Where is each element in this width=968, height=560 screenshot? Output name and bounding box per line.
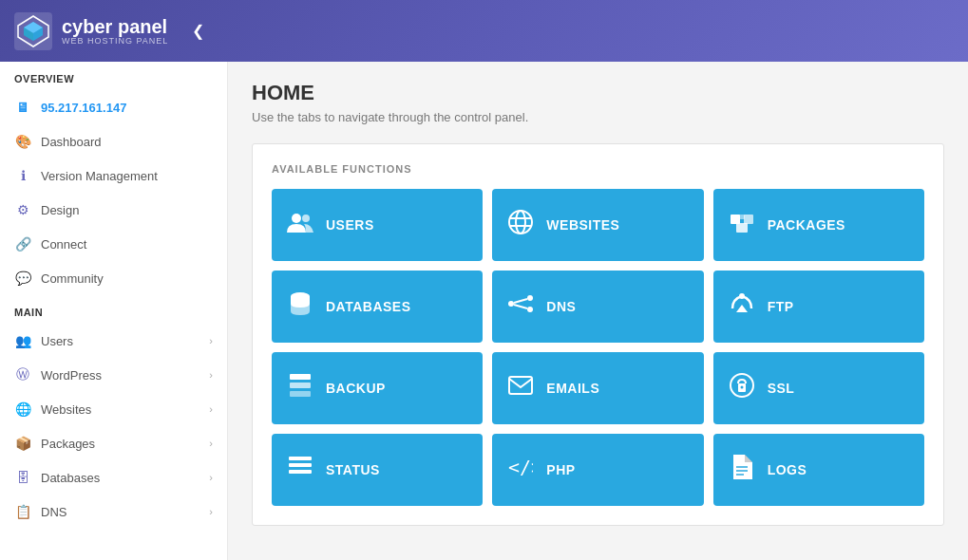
func-label-users: USERS (326, 217, 374, 233)
sidebar-item-connect[interactable]: 🔗 Connect (0, 227, 227, 261)
chevron-right-icon: › (209, 472, 213, 483)
sidebar-item-databases[interactable]: 🗄 Databases › (0, 460, 227, 495)
functions-grid: USERS WEBSITES (272, 189, 924, 506)
sidebar-item-websites[interactable]: 🌐 Websites › (0, 392, 227, 426)
svg-rect-12 (731, 215, 740, 224)
func-label-ssl: SSL (768, 381, 795, 396)
sidebar-item-label: Packages (41, 437, 95, 451)
ip-address: 95.217.161.147 (41, 101, 126, 115)
svg-point-7 (302, 215, 310, 222)
status-func-icon (286, 457, 314, 483)
community-icon: 💬 (14, 270, 31, 287)
main-content: HOME Use the tabs to navigate through th… (228, 62, 968, 560)
func-card-backup[interactable]: BACKUP (272, 352, 483, 424)
chevron-right-icon: › (209, 403, 213, 415)
users-icon: 👥 (14, 332, 31, 349)
sidebar-item-label: DNS (41, 505, 66, 519)
backup-func-icon (286, 373, 314, 403)
svg-rect-26 (509, 377, 532, 394)
connect-icon: 🔗 (14, 235, 31, 252)
page-title: HOME (252, 81, 944, 105)
chevron-right-icon: › (209, 335, 213, 346)
php-func-icon: </> (506, 457, 535, 483)
func-card-ssl[interactable]: SSL (713, 352, 924, 424)
sidebar-item-design[interactable]: ⚙ Design (0, 193, 227, 227)
main-layout: OVERVIEW 🖥 95.217.161.147 🎨 Dashboard ℹ … (0, 62, 968, 560)
sidebar-item-community[interactable]: 💬 Community (0, 261, 227, 295)
sidebar-item-dns[interactable]: 📋 DNS › (0, 495, 227, 529)
func-card-logs[interactable]: LOGS (713, 434, 924, 506)
func-label-logs: LOGS (768, 462, 807, 477)
databases-func-icon (286, 291, 314, 322)
func-label-databases: DATABASES (326, 299, 411, 314)
svg-point-18 (527, 295, 533, 301)
svg-point-9 (516, 211, 525, 233)
sidebar-item-packages[interactable]: 📦 Packages › (0, 426, 227, 460)
svg-rect-13 (744, 215, 753, 224)
page-subtitle: Use the tabs to navigate through the con… (252, 110, 944, 124)
websites-func-icon (506, 210, 535, 240)
sidebar-item-users[interactable]: 👥 Users › (0, 324, 227, 358)
func-card-php[interactable]: </> PHP (492, 434, 703, 506)
functions-panel: AVAILABLE FUNCTIONS USERS (252, 143, 944, 526)
sidebar-toggle-icon[interactable]: ❮ (192, 22, 204, 40)
svg-line-20 (514, 299, 527, 303)
svg-rect-14 (736, 223, 748, 233)
sidebar-item-dashboard[interactable]: 🎨 Dashboard (0, 124, 227, 159)
sidebar-item-wordpress[interactable]: Ⓦ WordPress › (0, 358, 227, 392)
dns-func-icon (506, 293, 535, 320)
func-label-backup: BACKUP (326, 381, 386, 396)
svg-point-29 (740, 386, 743, 389)
svg-rect-30 (289, 457, 312, 460)
sidebar: OVERVIEW 🖥 95.217.161.147 🎨 Dashboard ℹ … (0, 62, 228, 560)
func-card-databases[interactable]: DATABASES (272, 271, 483, 343)
sidebar-item-label: Design (41, 203, 79, 217)
svg-rect-23 (290, 374, 311, 380)
app-header: cyber panel WEB HOSTING PANEL ❮ (0, 0, 968, 62)
info-icon: ℹ (14, 167, 31, 184)
svg-rect-32 (289, 470, 312, 474)
databases-icon: 🗄 (14, 469, 31, 486)
func-card-dns[interactable]: DNS (492, 271, 703, 343)
dashboard-icon: 🎨 (14, 133, 31, 150)
svg-point-22 (739, 293, 745, 299)
monitor-icon: 🖥 (14, 99, 31, 116)
sidebar-item-version-management[interactable]: ℹ Version Management (0, 159, 227, 193)
sidebar-item-ip[interactable]: 🖥 95.217.161.147 (0, 90, 227, 124)
svg-rect-15 (739, 215, 745, 219)
func-label-packages: PACKAGES (768, 217, 845, 233)
func-label-dns: DNS (546, 299, 576, 314)
func-card-websites[interactable]: WEBSITES (492, 189, 703, 261)
func-card-status[interactable]: STATUS (272, 434, 483, 506)
gear-icon: ⚙ (14, 201, 31, 218)
logo-sub-text: WEB HOSTING PANEL (62, 36, 168, 46)
wordpress-icon: Ⓦ (14, 366, 31, 383)
svg-point-6 (292, 214, 301, 223)
func-label-php: PHP (546, 462, 575, 477)
func-card-users[interactable]: USERS (272, 189, 483, 261)
websites-icon: 🌐 (14, 401, 31, 418)
sidebar-item-label: Connect (41, 237, 86, 252)
chevron-right-icon: › (209, 506, 213, 517)
func-card-emails[interactable]: EMAILS (492, 352, 703, 424)
func-label-status: STATUS (326, 462, 380, 477)
logo-text: cyber panel WEB HOSTING PANEL (62, 17, 168, 46)
main-section-label: MAIN (0, 295, 227, 324)
func-card-packages[interactable]: PACKAGES (713, 189, 924, 261)
overview-section-label: OVERVIEW (0, 62, 227, 90)
chevron-right-icon: › (209, 369, 213, 381)
sidebar-item-label: Databases (41, 471, 100, 485)
ssl-func-icon (728, 373, 756, 403)
func-label-ftp: FTP (768, 299, 794, 314)
logo-area: cyber panel WEB HOSTING PANEL ❮ (14, 12, 204, 50)
sidebar-item-label: Version Management (41, 169, 158, 183)
sidebar-item-label: WordPress (41, 368, 102, 383)
svg-text:</>: </> (508, 457, 533, 477)
func-label-websites: WEBSITES (546, 217, 619, 233)
emails-func-icon (506, 376, 535, 401)
func-card-ftp[interactable]: FTP (713, 271, 924, 343)
ftp-func-icon (728, 291, 756, 322)
svg-point-17 (508, 301, 514, 307)
logo-main-text: cyber panel (62, 17, 168, 36)
svg-rect-24 (290, 383, 311, 388)
